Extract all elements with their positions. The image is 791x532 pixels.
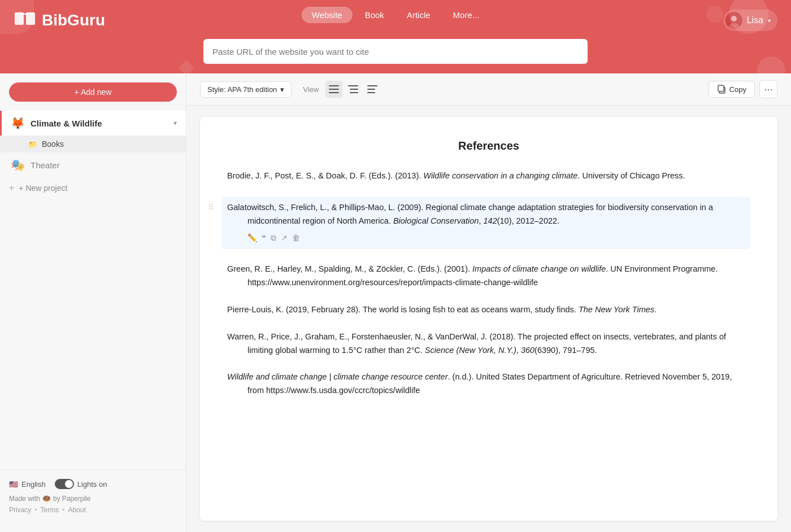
chevron-down-icon: ▾ [768,18,771,24]
reference-entry: Pierre-Louis, K. (2019, February 28). Th… [227,303,750,317]
copy-label: Copy [729,85,746,94]
nav-tabs: Website Book Article More... [302,7,490,23]
search-input[interactable] [203,39,588,64]
footer-links: Privacy • Terms • About [9,506,177,514]
view-list-button[interactable] [325,81,342,98]
reference-entry: ⠿ Galatowitsch, S., Frelich, L., & Phill… [221,197,750,249]
svg-rect-9 [350,89,358,90]
copy-icon [717,85,726,94]
copy-ref-icon[interactable]: ⧉ [271,232,276,245]
svg-rect-7 [329,92,339,93]
style-label: Style: APA 7th edition [207,85,277,94]
toolbar-right: Copy ··· [709,80,777,98]
new-project-button[interactable]: + + New project [0,177,186,199]
reference-text: Galatowitsch, S., Frelich, L., & Phillip… [227,201,745,228]
svg-rect-10 [350,92,358,93]
reference-text: Warren, R., Price, J., Graham, E., Forst… [227,330,750,357]
lights-toggle-wrap: Lights on [55,479,107,489]
new-project-label: + New project [19,184,67,193]
svg-rect-13 [367,92,375,93]
style-selector[interactable]: Style: APA 7th edition ▾ [200,81,292,98]
edit-icon[interactable]: ✏️ [247,232,257,245]
logo-text: BibGuru [42,11,105,29]
lights-toggle[interactable] [55,479,74,489]
header: Website Book Article More... BibGuru L [0,0,791,73]
view-label: View [303,85,319,94]
chevron-down-icon: ▾ [173,119,177,127]
sidebar-footer: 🇺🇸 English Lights on Made with 🍩 by Pape… [0,469,186,523]
add-new-button[interactable]: + Add new [9,82,177,102]
reference-text: Pierre-Louis, K. (2019, February 28). Th… [227,303,750,317]
project-emoji-theater: 🎭 [11,158,25,172]
terms-link[interactable]: Terms [41,506,59,514]
references-title: References [227,139,750,152]
quote-icon[interactable]: ❝ [262,232,266,245]
indent-icon [348,85,358,94]
content-area: Style: APA 7th edition ▾ View [186,73,791,532]
reference-entry: Wildlife and climate change | climate ch… [227,370,750,398]
folder-icon: 📁 [28,140,37,149]
tab-book[interactable]: Book [355,7,394,23]
language-button[interactable]: 🇺🇸 English [9,480,46,489]
toolbar: Style: APA 7th edition ▾ View [186,73,791,106]
tab-article[interactable]: Article [397,7,441,23]
svg-rect-11 [367,85,377,86]
reference-entry: Green, R. E., Harley, M., Spalding, M., … [227,263,750,290]
made-with-text: Made with 🍩 by Paperpile [9,495,177,503]
heart-icon: 🍩 [42,495,51,503]
svg-rect-8 [348,85,358,86]
user-badge[interactable]: Lisa ▾ [723,10,777,31]
svg-rect-5 [329,85,339,86]
references-panel: References Brodie, J. F., Post, E. S., &… [200,117,777,521]
svg-rect-15 [718,85,724,91]
view-indent-button[interactable] [345,81,362,98]
copy-button[interactable]: Copy [709,81,755,98]
project-name-theater: Theater [31,160,60,170]
drag-handle[interactable]: ⠿ [208,201,214,214]
sub-item-label-books: Books [42,139,64,149]
user-name: Lisa [747,15,763,25]
project-name-climate: Climate & Wildlife [31,119,168,128]
dot-separator: • [34,506,37,514]
sidebar-item-climate-wildlife[interactable]: 🦊 Climate & Wildlife ▾ [0,111,186,136]
more-button[interactable]: ··· [759,80,777,98]
chevron-down-icon: ▾ [280,85,284,94]
about-link[interactable]: About [68,506,85,514]
language-label: English [21,480,46,489]
reference-text: Green, R. E., Harley, M., Spalding, M., … [227,263,750,290]
privacy-link[interactable]: Privacy [9,506,31,514]
svg-rect-12 [367,89,375,90]
tab-website[interactable]: Website [302,7,353,23]
footer-controls: 🇺🇸 English Lights on [9,479,177,489]
reference-entry: Warren, R., Price, J., Graham, E., Forst… [227,330,750,357]
reference-text: Wildlife and climate change | climate ch… [227,370,750,398]
tab-more[interactable]: More... [443,7,490,23]
reference-actions: ✏️ ❝ ⧉ ↗ 🗑 [227,232,745,245]
main-layout: + Add new 🦊 Climate & Wildlife ▾ 📁 Books… [0,73,791,532]
view-icons [325,81,381,98]
flag-icon: 🇺🇸 [9,480,18,489]
plus-icon: + [9,183,14,193]
list-icon [329,85,339,94]
avatar [725,12,742,29]
open-link-icon[interactable]: ↗ [281,232,288,245]
delete-icon[interactable]: 🗑 [292,232,300,245]
logo-icon [14,10,36,30]
dot-separator: • [62,506,64,514]
sidebar-item-theater[interactable]: 🎭 Theater [0,152,186,177]
view-hanging-button[interactable] [364,81,381,98]
reference-text: Brodie, J. F., Post, E. S., & Doak, D. F… [227,169,750,183]
hanging-icon [367,85,377,94]
svg-point-3 [731,16,737,21]
project-emoji-fox: 🦊 [11,116,25,130]
ellipsis-icon: ··· [764,84,772,95]
reference-entry: Brodie, J. F., Post, E. S., & Doak, D. F… [227,169,750,183]
lights-label: Lights on [77,480,107,489]
svg-rect-6 [329,89,339,90]
logo: BibGuru [14,10,105,30]
sidebar: + Add new 🦊 Climate & Wildlife ▾ 📁 Books… [0,73,186,532]
search-bar-wrap [14,39,777,64]
sub-item-books[interactable]: 📁 Books [0,136,186,152]
